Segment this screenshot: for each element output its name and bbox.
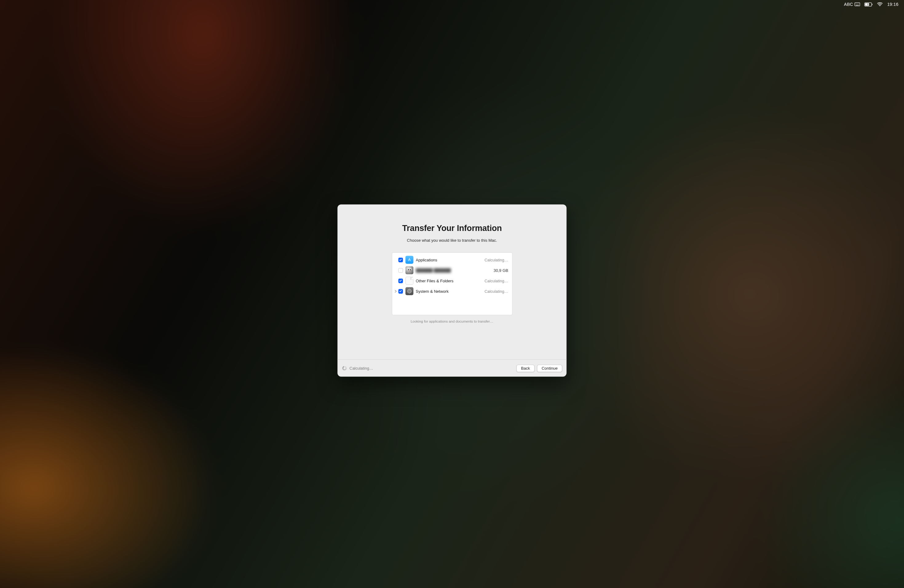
svg-rect-13 xyxy=(872,4,872,5)
wifi-icon xyxy=(877,2,883,6)
checkbox-applications[interactable] xyxy=(398,258,403,262)
wifi-indicator[interactable] xyxy=(877,2,883,6)
battery-indicator[interactable] xyxy=(864,2,872,6)
transfer-item-user[interactable]: ██████ ██████ 30,9 GB xyxy=(392,265,512,275)
back-button[interactable]: Back xyxy=(517,364,535,372)
svg-point-21 xyxy=(409,270,410,272)
footer-status: Calculating… xyxy=(342,366,373,371)
item-size: Calculating… xyxy=(480,289,508,293)
svg-rect-14 xyxy=(865,3,869,6)
document-icon xyxy=(405,277,413,285)
panel-footer: Calculating… Back Continue xyxy=(338,359,567,377)
transfer-item-applications[interactable]: Applications Calculating… xyxy=(392,254,512,265)
applications-folder-icon xyxy=(405,256,413,264)
svg-point-20 xyxy=(409,269,411,270)
page-subtitle: Choose what you would like to transfer t… xyxy=(407,238,497,243)
svg-point-4 xyxy=(857,3,857,4)
item-label: Applications xyxy=(416,258,480,262)
item-size: Calculating… xyxy=(480,278,508,283)
svg-point-6 xyxy=(858,3,859,4)
item-size: 30,9 GB xyxy=(480,268,508,272)
item-label: Other Files & Folders xyxy=(416,278,480,283)
keyboard-icon xyxy=(855,2,860,6)
checkbox-user[interactable] xyxy=(398,268,403,272)
user-avatar-icon xyxy=(405,266,413,274)
svg-point-22 xyxy=(408,290,410,292)
item-size: Calculating… xyxy=(480,258,508,262)
input-source-indicator[interactable]: ABC xyxy=(844,2,860,7)
svg-point-2 xyxy=(855,3,856,4)
menu-bar: ABC 19:16 xyxy=(0,0,904,9)
transfer-items-list: Applications Calculating… ██████ ██████ … xyxy=(392,253,512,315)
system-settings-icon xyxy=(405,287,413,295)
transfer-item-system-network[interactable]: System & Network Calculating… xyxy=(392,286,512,296)
input-source-label: ABC xyxy=(844,2,853,7)
battery-charging-icon xyxy=(864,2,872,6)
clock-time: 19:16 xyxy=(887,2,898,7)
chevron-right-icon[interactable] xyxy=(394,290,398,292)
panel-body: Transfer Your Information Choose what yo… xyxy=(338,204,567,359)
svg-point-11 xyxy=(858,4,859,5)
status-hint: Looking for applications and documents t… xyxy=(411,319,493,323)
spinner-icon xyxy=(342,366,346,371)
svg-point-18 xyxy=(407,268,411,270)
checkbox-other-files[interactable] xyxy=(398,278,403,283)
continue-button[interactable]: Continue xyxy=(537,364,562,372)
item-label: ██████ ██████ xyxy=(416,268,480,272)
svg-line-30 xyxy=(408,292,408,293)
page-title: Transfer Your Information xyxy=(402,224,502,233)
footer-status-text: Calculating… xyxy=(349,366,373,371)
checkbox-system-network[interactable] xyxy=(398,289,403,293)
transfer-item-other-files[interactable]: Other Files & Folders Calculating… xyxy=(392,275,512,286)
migration-assistant-panel: Transfer Your Information Choose what yo… xyxy=(338,204,567,377)
item-label: System & Network xyxy=(416,289,480,293)
svg-point-15 xyxy=(880,6,880,6)
clock[interactable]: 19:16 xyxy=(887,2,898,7)
svg-point-19 xyxy=(408,269,409,270)
svg-line-29 xyxy=(411,292,411,293)
svg-point-7 xyxy=(855,4,856,5)
svg-point-9 xyxy=(857,4,857,5)
